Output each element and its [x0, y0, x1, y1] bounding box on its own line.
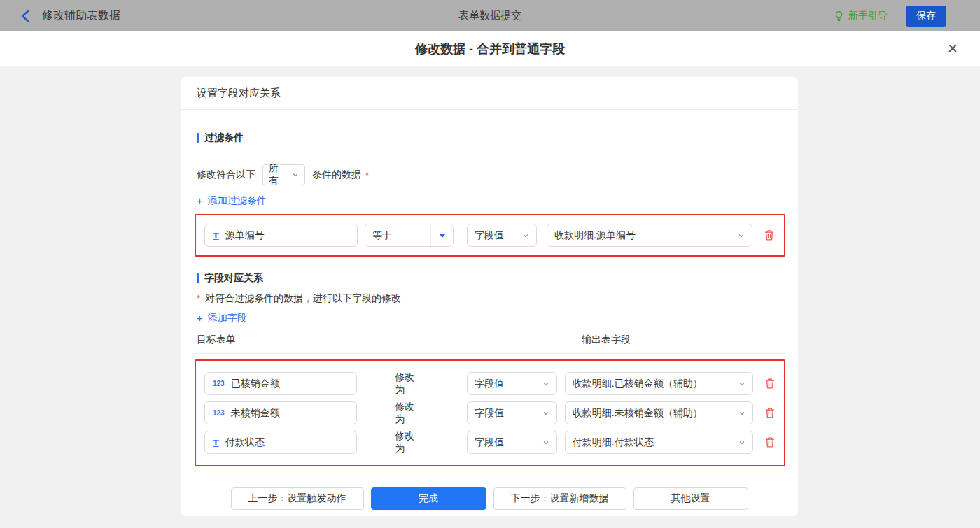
guide-link[interactable]: 新手引导	[834, 10, 888, 22]
number-type-icon: 123	[213, 409, 225, 417]
screen: 修改辅助表数据 表单数据提交 新手引导 保存 修改数据 - 合并到普通字段 ✕ …	[0, 0, 980, 528]
guide-label: 新手引导	[848, 10, 888, 22]
output-field-select[interactable]: 付款明细.付款状态	[565, 431, 753, 454]
chevron-down-icon	[522, 232, 529, 239]
filter-suffix-label: 条件的数据	[312, 169, 361, 181]
target-field-value: 未核销金额	[231, 407, 280, 420]
value-type-value: 字段值	[475, 436, 504, 449]
add-filter-condition-label: 添加过滤条件	[208, 194, 267, 207]
chevron-down-icon	[542, 410, 550, 417]
value-type-value: 字段值	[475, 407, 504, 420]
filter-field-input[interactable]: T 源单编号	[204, 224, 358, 247]
lightbulb-icon	[834, 10, 844, 22]
filter-row: T 源单编号 等于 字段值	[204, 224, 776, 247]
value-type-value: 字段值	[475, 229, 504, 242]
add-field-label: 添加字段	[208, 312, 247, 324]
mapping-row: T 付款状态 修改为 字段值 付款明细.付款状态	[204, 431, 776, 454]
plus-icon: +	[197, 196, 203, 206]
value-type-select[interactable]: 字段值	[467, 224, 537, 247]
filter-field-value: 源单编号	[225, 229, 265, 242]
mapping-description: * 对符合过滤条件的数据，进行以下字段的修改	[197, 293, 782, 304]
mapping-row: 123 未核销金额 修改为 字段值 收款明细.未核销金额（辅助）	[204, 401, 776, 424]
modify-label: 修改为	[395, 401, 424, 426]
section-bar-icon	[197, 133, 199, 143]
operator-value: 等于	[365, 229, 430, 242]
filter-section-label: 过滤条件	[204, 131, 244, 144]
target-field-value: 付款状态	[225, 436, 265, 449]
done-button[interactable]: 完成	[371, 487, 486, 510]
close-icon[interactable]: ✕	[944, 40, 962, 58]
delete-trash-icon[interactable]	[764, 407, 776, 419]
output-field-value: 收款明细.未核销金额（辅助）	[573, 407, 703, 420]
delete-trash-icon[interactable]	[764, 229, 775, 241]
value-type-select[interactable]: 字段值	[467, 431, 557, 454]
value-type-select[interactable]: 字段值	[467, 372, 557, 395]
dialog-title: 修改数据 - 合并到普通字段	[0, 31, 980, 66]
chevron-down-icon	[738, 380, 746, 387]
add-field-link[interactable]: + 添加字段	[197, 313, 247, 324]
prev-step-button[interactable]: 上一步：设置触发动作	[231, 487, 364, 510]
modify-label: 修改为	[395, 371, 424, 397]
target-field-input[interactable]: 123 已核销金额	[204, 372, 357, 395]
output-field-select[interactable]: 收款明细.未核销金额（辅助）	[565, 401, 753, 424]
chevron-down-icon	[738, 439, 746, 446]
value-type-select[interactable]: 字段值	[467, 401, 557, 424]
output-field-value: 收款明细.已核销金额（辅助）	[573, 378, 703, 390]
chevron-down-icon	[542, 439, 550, 446]
topbar-actions: 新手引导 保存	[834, 0, 946, 31]
other-settings-button[interactable]: 其他设置	[634, 487, 748, 510]
page-title: 表单数据提交	[0, 9, 980, 22]
card-body: 过滤条件 修改符合以下 所有 条件的数据 * + 添加过滤条件	[181, 131, 798, 466]
next-step-button[interactable]: 下一步：设置新增数据	[493, 487, 626, 510]
filter-highlight-box: T 源单编号 等于 字段值	[195, 214, 785, 257]
filter-match-config: 修改符合以下 所有 条件的数据 *	[197, 164, 782, 185]
mapping-column-headers: 目标表单 输出表字段	[197, 334, 782, 345]
plus-icon: +	[197, 313, 203, 323]
modify-label: 修改为	[395, 430, 424, 455]
required-mark: *	[197, 293, 200, 304]
mapping-description-text: 对符合过滤条件的数据，进行以下字段的修改	[205, 292, 401, 305]
divider	[195, 353, 785, 354]
operator-select[interactable]: 等于	[365, 224, 454, 247]
output-field-select[interactable]: 收款明细.已核销金额（辅助）	[565, 372, 753, 395]
target-field-input[interactable]: T 付款状态	[204, 431, 357, 454]
required-mark: *	[365, 170, 369, 180]
match-mode-select[interactable]: 所有	[262, 164, 305, 185]
filter-value: 收款明细.源单编号	[554, 229, 636, 242]
section-bar-icon	[197, 273, 199, 283]
triangle-down-icon	[439, 234, 446, 238]
delete-trash-icon[interactable]	[764, 436, 776, 448]
dialog-footer: 上一步：设置触发动作 完成 下一步：设置新增数据 其他设置	[181, 480, 798, 516]
target-field-input[interactable]: 123 未核销金额	[204, 401, 357, 424]
chevron-down-icon	[738, 232, 745, 239]
mapping-highlight-box: 123 已核销金额 修改为 字段值 收款明细.已核销金额（辅助）	[195, 359, 785, 466]
top-bar: 修改辅助表数据 表单数据提交 新手引导 保存	[0, 0, 980, 31]
output-field-value: 付款明细.付款状态	[573, 436, 654, 449]
value-type-value: 字段值	[475, 378, 504, 390]
mapping-section-title: 字段对应关系	[197, 272, 782, 284]
delete-trash-icon[interactable]	[764, 378, 776, 390]
filter-prefix-label: 修改符合以下	[197, 169, 255, 181]
number-type-icon: 123	[213, 380, 225, 387]
filter-value-select[interactable]: 收款明细.源单编号	[547, 224, 752, 247]
operator-caret-zone[interactable]	[430, 224, 453, 246]
match-mode-value: 所有	[269, 162, 288, 187]
chevron-down-icon	[542, 380, 550, 387]
target-form-header: 目标表单	[197, 334, 236, 345]
settings-card: 设置字段对应关系 过滤条件 修改符合以下 所有 条件的数据 * +	[181, 77, 798, 516]
card-header: 设置字段对应关系	[181, 77, 798, 110]
text-type-icon: T	[213, 230, 219, 241]
filter-section-title: 过滤条件	[197, 131, 782, 143]
text-type-icon: T	[213, 437, 219, 448]
add-filter-condition-link[interactable]: + 添加过滤条件	[197, 195, 267, 206]
target-field-value: 已核销金额	[231, 378, 280, 390]
save-button[interactable]: 保存	[906, 6, 946, 27]
mapping-section-label: 字段对应关系	[204, 272, 263, 285]
mapping-row: 123 已核销金额 修改为 字段值 收款明细.已核销金额（辅助）	[204, 372, 776, 395]
dialog-header: 修改数据 - 合并到普通字段 ✕	[0, 31, 980, 66]
output-field-header: 输出表字段	[582, 334, 631, 345]
chevron-down-icon	[292, 171, 299, 178]
chevron-down-icon	[738, 410, 746, 417]
